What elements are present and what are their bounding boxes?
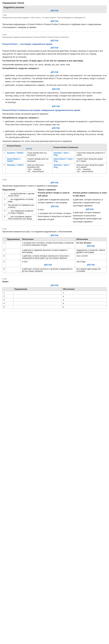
step4-sent-5 [6,267,21,273]
ppc-neg-example: I haven't been doing this project for 2 … [75,157,107,163]
watermark-step1: gdz.top [2,20,107,22]
step5-ans-2: a [62,294,106,298]
step5-num-3: 3 [3,298,13,302]
step4-exp2-4-text: тур в Лувр [76,260,85,263]
step4-exp2-2: подружились в прошлом, обрели друзей в н… [75,248,107,254]
step4-table: Предложения Объяснение Объяснение 1 с си… [2,238,107,273]
step4-row-1: 1 с ситуация или состояние, которые были… [3,241,107,248]
sentence-3: 3 Мы делаем это примерно раз в месяц… [3,203,37,209]
step4-exp1-2: а действие в недавнем прошлом, которое п… [21,248,75,254]
step5-sent-1 [13,291,62,294]
step4-header-row: Предложения Объяснение Объяснение [3,238,107,241]
step4-exp1-3: е действие, которое впервые произошло в … [21,254,75,260]
pp-pos-example: I have already done my homework. [26,151,52,157]
ppc-usage-list: действиях, которые начались в прошлом и … [5,120,107,139]
step4-h3: Объяснение [75,238,107,241]
step3-sentences-col: Предложения 1 … который работает с детьм… [2,188,37,224]
pp-col-header: Пункты о временах [38,188,72,191]
section-label: Подробное решение [4,6,24,8]
step5-num-5: 5 [3,305,13,309]
step5-row-5: 5 d [3,305,107,309]
sent-text-3: Мы делаем это примерно раз в месяц… [7,203,37,209]
step5-row-1: 1 c [3,291,107,294]
step5-header-row: Предложения Объяснения [3,288,107,291]
pp-body-1: I've lived here for ten years. Я живу зд… [2,59,107,62]
page-title: Упражнение Check [2,2,107,4]
sentence-1: 1 … который работает с детьми более 20ле… [3,192,37,198]
grammar-table-wrapper: Present Perfect gdz.top Present Perfect … [2,144,107,174]
step4-h0 [3,238,6,241]
step4-badge: 4 шаг [2,228,107,230]
step4-row-4: 4 b опыт gdz.top тур в Лувр gdz.top [3,260,107,267]
step4-intro: Прочитаем внимательно Шаг 2 и соединим п… [2,230,107,233]
step2-block: 2 шаг Рассмотрим грамматические времена … [2,34,107,177]
ppc-pos-formula: have/has + been + Ving [52,151,75,157]
ppc-talk-header: Present perfect continuous is used to ta… [73,191,107,197]
step5-badge: 5 шаг [2,278,107,280]
step2-badge: 2 шаг [2,34,107,36]
pp-usage-1-text: действиях, которые завершились недавно. … [5,84,93,86]
ppc-pos-example: I have been doing this project for 2 wee… [75,151,107,157]
step5-sent-5 [13,305,62,309]
step5-ans-5: d [62,305,106,309]
sent-num-5: 5 [3,215,7,220]
pp-point-b: b опыт [38,208,72,211]
step4-block: 4 шаг Прочитаем внимательно Шаг 2 и соед… [2,228,107,276]
watermark-step4: gdz.top [2,234,107,236]
table-row-negative: - haven't/hasn't + Ved/V3 I haven't alre… [3,157,107,163]
pp-body-1-text: I've lived here for ten years. Я живу зд… [2,60,83,62]
watermark-step2: gdz.top [2,39,107,42]
section-header: Подробное решение gdz.top [2,6,107,13]
sign-question: ? [3,163,6,174]
step5-row-2: 2 a [3,294,107,298]
pp-usage-0: действиях, которые произошли в прошлом, … [5,74,107,83]
pp-talk-header: Present perfect simple is used to talk a… [38,191,72,197]
ppc-point-e: е действие, которое впервые произошло в … [73,211,107,223]
step3-ppc-col: Present perfect continuous is used to ta… [73,188,107,224]
pp-point-c: с ситуация или состояние, которые были в… [38,212,72,221]
step5-num-1: 1 [3,291,13,294]
step4-exp1-4: b опыт gdz.top [21,260,75,267]
step4-h1: Предложения [6,238,21,241]
step4-row-2: 2 а действие в недавнем прошлом, которое… [3,248,107,254]
watermark-col2: gdz.top [73,208,107,210]
pp-neg-formula: haven't/hasn't + Ved/V3 [6,157,26,163]
watermark-col1: gdz.top [38,205,72,208]
sent-num-4: 4 [3,209,7,215]
watermark-step5: gdz.top [2,284,107,286]
sentences-col-header: Предложения [2,188,37,191]
step5-sent-4 [13,302,62,305]
sentences-table: 1 … который работает с детьми более 20ле… [2,192,37,220]
step4-num-3: 3 [3,254,6,260]
pp-neg-example: I haven't already done my homework. [26,157,52,163]
table-row-positive: + have/has + Ved/V3 I have already done … [3,151,107,157]
step4-sent-1 [6,241,21,248]
ppc-indicators: Указатели времени: for, since, how long … [2,140,107,143]
sent-num-3: 3 [3,203,7,209]
step3-grid: Предложения 1 … который работает с детьм… [2,188,107,224]
col-sign [3,144,6,151]
step5-ans-1: c [62,291,106,294]
sentence-2: 2 … мы подружились по всему миру… [3,198,37,203]
step3-pp-col: Пункты о временах Present perfect simple… [38,188,72,224]
step5-h0 [3,288,13,291]
step4-num-5: 5 [3,267,6,273]
step5-h2: Объяснения [62,288,106,291]
table-row-question: ? Have/has + Ved/V3 Have you done your h… [3,163,107,174]
step4-num-2: 2 [3,248,6,254]
step4-num-1: 1 [3,241,6,248]
watermark-usage: gdz.top [2,71,107,73]
col-ppc: Present Perfect Continuous [52,144,107,151]
sentence-5: 5 … всю последнюю неделю безостановочно … [3,215,37,220]
sent-num-1: 1 [3,192,7,198]
step5-block: 5 шаг Ответ: gdz.top Предложения Объясне… [2,278,107,312]
step5-h1: Предложения [13,288,62,291]
sent-text-2: … мы подружились по всему миру… [7,198,37,203]
step5-row-4: 4 b [3,302,107,305]
sent-text-4: … они совершили экскурсию по Луру в Пари… [7,209,37,215]
ppc-point-d: d действие, которое началось в прошлом и… [73,198,107,207]
step5-row-3: 3 e [3,298,107,302]
step5-num-4: 4 [3,302,13,305]
page: Упражнение Check Подробное решение gdz.t… [0,0,109,315]
watermark-step3: gdz.top [2,181,107,184]
